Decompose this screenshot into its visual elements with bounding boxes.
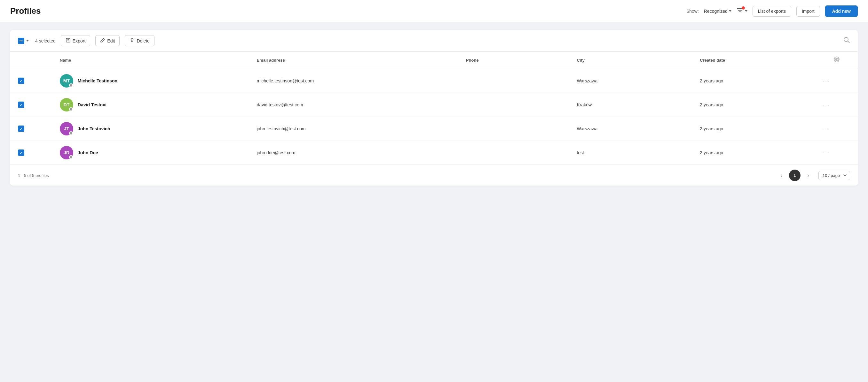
table-container: 4 selected Export Edit — [10, 30, 858, 185]
online-indicator — [69, 107, 73, 111]
table-row: JD John Doe john.doe@test.com test 2 yea… — [10, 141, 858, 165]
row-email: john.testovich@test.com — [257, 126, 306, 131]
row-actions-cell: ··· — [815, 117, 858, 141]
online-indicator — [69, 155, 73, 159]
row-email-cell: john.testovich@test.com — [249, 117, 458, 141]
row-name-cell: JD John Doe — [52, 141, 249, 165]
col-header-name: Name — [52, 52, 249, 69]
table-row: MT Michelle Testinson michelle.testinson… — [10, 69, 858, 93]
prev-page-button[interactable]: ‹ — [776, 170, 786, 180]
row-checkbox-cell[interactable] — [10, 117, 52, 141]
delete-button[interactable]: Delete — [125, 35, 154, 46]
row-phone-cell — [458, 69, 569, 93]
row-email-cell: david.testovi@test.com — [249, 93, 458, 117]
table-toolbar: 4 selected Export Edit — [10, 30, 858, 52]
row-actions-cell: ··· — [815, 141, 858, 165]
show-dropdown[interactable]: Recognized — [704, 9, 732, 14]
row-name-cell: MT Michelle Testinson — [52, 69, 249, 93]
chevron-down-icon — [729, 10, 732, 12]
list-of-exports-button[interactable]: List of exports — [752, 6, 791, 16]
row-checkbox-2[interactable] — [18, 126, 24, 132]
row-phone-cell — [458, 93, 569, 117]
row-email: john.doe@test.com — [257, 150, 296, 155]
avatar: JD — [60, 146, 73, 160]
filter-badge — [742, 6, 745, 9]
avatar-initials: DT — [64, 102, 70, 107]
row-created-date: 2 years ago — [700, 150, 723, 155]
row-name: Michelle Testinson — [78, 78, 117, 83]
row-city: Warszawa — [577, 126, 597, 131]
next-page-button[interactable]: › — [803, 170, 813, 180]
row-city: Warszawa — [577, 78, 597, 83]
col-header-city: City — [569, 52, 692, 69]
row-city-cell: Warszawa — [569, 117, 692, 141]
row-checkbox-0[interactable] — [18, 78, 24, 84]
current-page[interactable]: 1 — [789, 170, 801, 181]
online-indicator — [69, 131, 73, 135]
avatar-initials: JD — [64, 150, 69, 155]
row-email-cell: michelle.testinson@test.com — [249, 69, 458, 93]
col-header-phone: Phone — [458, 52, 569, 69]
select-dropdown-icon[interactable] — [26, 40, 29, 41]
row-name-cell: DT David Testovi — [52, 93, 249, 117]
table-header-row: Name Email address Phone City Created da… — [10, 52, 858, 69]
row-city-cell: test — [569, 141, 692, 165]
svg-line-5 — [848, 41, 850, 43]
row-city-cell: Warszawa — [569, 69, 692, 93]
row-actions-cell: ··· — [815, 69, 858, 93]
col-header-created-date: Created date — [692, 52, 815, 69]
select-all-checkbox[interactable] — [18, 38, 24, 44]
avatar-initials: JT — [64, 126, 69, 131]
row-more-button[interactable]: ··· — [823, 149, 830, 156]
col-header-check — [10, 52, 52, 69]
filter-button[interactable] — [737, 7, 747, 15]
per-page-select[interactable]: 10 / page 25 / page 50 / page — [818, 171, 850, 180]
row-created-date: 2 years ago — [700, 102, 723, 107]
edit-icon — [100, 38, 105, 44]
avatar-initials: MT — [63, 78, 70, 83]
column-settings-icon[interactable] — [833, 58, 840, 64]
import-button[interactable]: Import — [796, 6, 820, 16]
avatar: MT — [60, 74, 73, 88]
page-title: Profiles — [10, 6, 41, 16]
avatar: JT — [60, 122, 73, 135]
row-checkbox-cell[interactable] — [10, 141, 52, 165]
row-more-button[interactable]: ··· — [823, 126, 830, 132]
row-email: michelle.testinson@test.com — [257, 78, 314, 83]
svg-point-11 — [837, 59, 838, 60]
svg-point-12 — [835, 60, 836, 61]
edit-label: Edit — [107, 38, 115, 43]
online-indicator — [69, 83, 73, 87]
footer-range: 1 - 5 of 5 profiles — [18, 173, 49, 178]
row-more-button[interactable]: ··· — [823, 102, 830, 108]
pagination: ‹ 1 › — [776, 170, 813, 181]
search-button[interactable] — [843, 36, 850, 45]
table-row: JT John Testovich john.testovich@test.co… — [10, 117, 858, 141]
export-icon — [66, 38, 71, 44]
header-actions: Show: Recognized List of exports Import … — [686, 5, 858, 17]
table-footer: 1 - 5 of 5 profiles ‹ 1 › 10 / page 25 /… — [10, 165, 858, 185]
row-checkbox-cell[interactable] — [10, 69, 52, 93]
show-label: Show: — [686, 9, 699, 14]
row-created-date: 2 years ago — [700, 78, 723, 83]
row-phone-cell — [458, 117, 569, 141]
edit-button[interactable]: Edit — [95, 35, 120, 46]
row-checkbox-3[interactable] — [18, 149, 24, 156]
row-created-date: 2 years ago — [700, 126, 723, 131]
add-new-button[interactable]: Add new — [825, 5, 858, 17]
profiles-table: Name Email address Phone City Created da… — [10, 52, 858, 165]
row-name-cell: JT John Testovich — [52, 117, 249, 141]
row-name: John Doe — [78, 150, 98, 155]
row-phone-cell — [458, 141, 569, 165]
row-checkbox-1[interactable] — [18, 102, 24, 108]
export-button[interactable]: Export — [61, 35, 90, 46]
row-date-cell: 2 years ago — [692, 93, 815, 117]
row-checkbox-cell[interactable] — [10, 93, 52, 117]
col-header-actions — [815, 52, 858, 69]
main-content: 4 selected Export Edit — [0, 22, 868, 193]
row-city-cell: Kraków — [569, 93, 692, 117]
row-date-cell: 2 years ago — [692, 141, 815, 165]
export-label: Export — [72, 38, 85, 43]
row-more-button[interactable]: ··· — [823, 78, 830, 84]
delete-label: Delete — [136, 38, 149, 43]
